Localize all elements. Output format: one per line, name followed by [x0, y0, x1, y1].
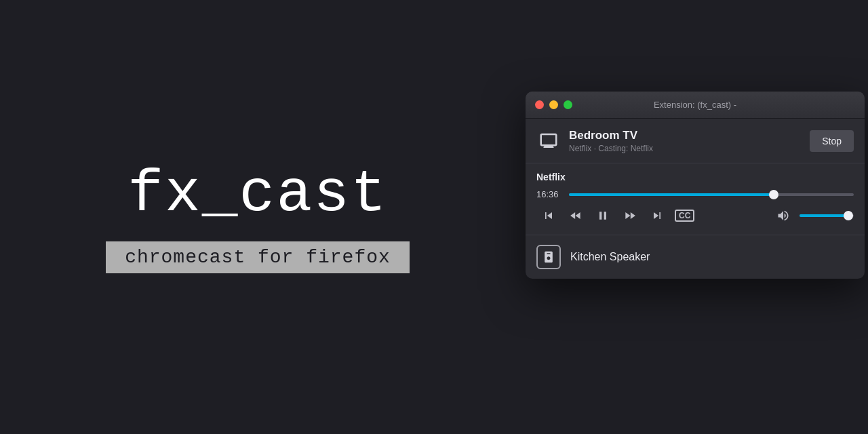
- skip-forward-button[interactable]: [645, 206, 669, 225]
- controls-row: CC: [536, 206, 854, 225]
- volume-section: [771, 206, 854, 225]
- window-title: Extension: (fx_cast) -: [654, 100, 736, 110]
- minimize-button[interactable]: [549, 100, 558, 109]
- device-name: Bedroom TV: [569, 128, 810, 143]
- fast-forward-button[interactable]: [618, 206, 642, 225]
- close-button[interactable]: [535, 100, 544, 109]
- window-controls: [535, 100, 572, 109]
- progress-row: 16:36: [536, 189, 854, 199]
- kitchen-speaker-name: Kitchen Speaker: [570, 251, 650, 263]
- volume-button[interactable]: [771, 206, 795, 225]
- device-status: Netflix · Casting: Netflix: [569, 144, 810, 153]
- pause-icon: [596, 209, 610, 222]
- cc-button[interactable]: CC: [675, 210, 694, 222]
- volume-fill: [800, 214, 848, 217]
- skip-back-icon: [542, 209, 555, 222]
- title-bar: Extension: (fx_cast) -: [526, 92, 865, 119]
- rewind-button[interactable]: [564, 206, 588, 225]
- app-title: fx_cast: [127, 161, 388, 228]
- pause-button[interactable]: [591, 206, 615, 225]
- skip-forward-icon: [650, 209, 664, 222]
- volume-icon: [776, 209, 790, 222]
- branding-section: fx_cast chromecast for firefox: [0, 0, 515, 434]
- monitor-svg: [538, 131, 559, 151]
- maximize-button[interactable]: [564, 100, 572, 109]
- current-time: 16:36: [536, 189, 562, 199]
- volume-thumb: [844, 211, 853, 220]
- stop-button[interactable]: Stop: [810, 130, 854, 152]
- device-info: Bedroom TV Netflix · Casting: Netflix: [569, 128, 810, 153]
- progress-fill: [569, 193, 774, 196]
- subtitle-wrapper: chromecast for firefox: [106, 241, 410, 273]
- media-app-name: Netflix: [536, 172, 854, 182]
- progress-thumb: [769, 190, 778, 199]
- tv-icon: [536, 129, 561, 153]
- speaker-svg: [542, 250, 555, 264]
- volume-track[interactable]: [800, 214, 854, 217]
- media-section: Netflix 16:36: [526, 163, 865, 235]
- additional-device-section: Kitchen Speaker: [526, 235, 865, 279]
- popup-window: Extension: (fx_cast) - Bedroom TV Netfli…: [526, 92, 865, 279]
- speaker-icon: [536, 245, 561, 269]
- fast-forward-icon: [623, 209, 637, 222]
- app-subtitle: chromecast for firefox: [125, 247, 391, 268]
- device-section: Bedroom TV Netflix · Casting: Netflix St…: [526, 119, 865, 163]
- skip-back-button[interactable]: [536, 206, 561, 225]
- progress-track[interactable]: [569, 193, 854, 196]
- rewind-icon: [569, 209, 583, 222]
